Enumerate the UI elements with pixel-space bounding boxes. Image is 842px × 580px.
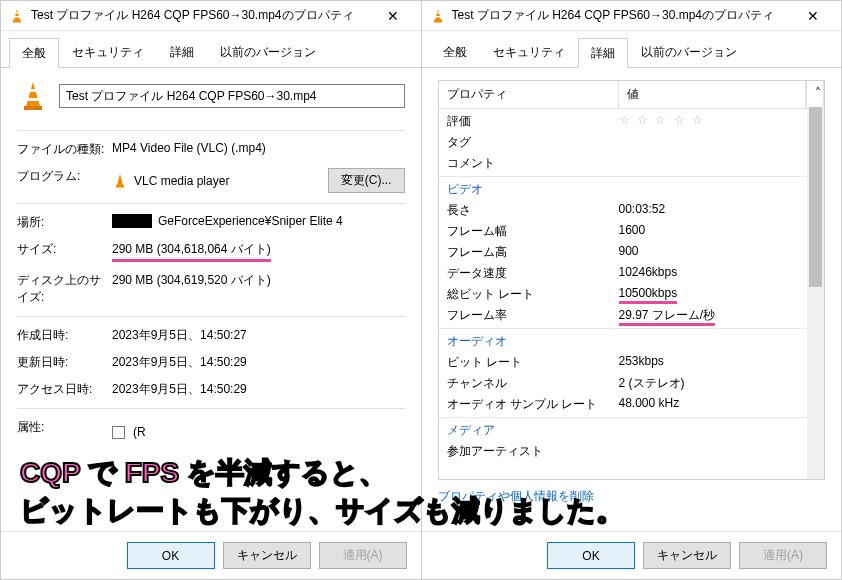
- totalbitrate-label: 総ビット レート: [447, 286, 619, 303]
- tab-security[interactable]: セキュリティ: [59, 37, 157, 67]
- datarate-label: データ速度: [447, 265, 619, 282]
- header-value[interactable]: 値: [619, 81, 807, 108]
- close-button[interactable]: ✕: [793, 2, 833, 30]
- disksize-label: ディスク上のサイズ:: [17, 272, 112, 306]
- samplerate-value: 48.000 kHz: [619, 396, 817, 413]
- program-label: プログラム:: [17, 168, 112, 185]
- framerate-label: フレーム率: [447, 307, 619, 324]
- apply-button[interactable]: 適用(A): [319, 542, 407, 569]
- svg-rect-1: [13, 20, 21, 23]
- svg-rect-9: [116, 185, 124, 188]
- frameheight-value: 900: [619, 244, 817, 261]
- svg-marker-4: [26, 82, 40, 106]
- comment-label: コメント: [447, 155, 619, 172]
- tab-bar: 全般 セキュリティ 詳細 以前のバージョン: [422, 31, 842, 68]
- tab-previous-versions[interactable]: 以前のバージョン: [207, 37, 329, 67]
- svg-rect-3: [15, 16, 20, 18]
- audiobitrate-label: ビット レート: [447, 354, 619, 371]
- tab-details[interactable]: 詳細: [157, 37, 207, 67]
- video-section: ビデオ: [447, 181, 619, 198]
- scroll-up-icon[interactable]: ˄: [806, 81, 824, 108]
- svg-rect-13: [435, 16, 440, 18]
- dialog-footer: OK キャンセル 適用(A): [1, 531, 421, 579]
- tab-bar: 全般 セキュリティ 詳細 以前のバージョン: [1, 31, 421, 68]
- channels-label: チャンネル: [447, 375, 619, 392]
- properties-window-general: Test プロファイル H264 CQP FPS60→30.mp4のプロパティ …: [0, 0, 421, 580]
- ok-button[interactable]: OK: [127, 542, 215, 569]
- audiobitrate-value: 253kbps: [619, 354, 817, 371]
- framewidth-value: 1600: [619, 223, 817, 240]
- tab-previous-versions[interactable]: 以前のバージョン: [628, 37, 750, 67]
- window-title: Test プロファイル H264 CQP FPS60→30.mp4のプロパティ: [31, 7, 373, 24]
- audio-section: オーディオ: [447, 333, 619, 350]
- location-label: 場所:: [17, 214, 112, 231]
- svg-marker-0: [14, 9, 20, 20]
- framerate-value: 29.97 フレーム/秒: [619, 307, 817, 324]
- length-value: 00:03:52: [619, 202, 817, 219]
- cancel-button[interactable]: キャンセル: [223, 542, 311, 569]
- artist-label: 参加アーティスト: [447, 443, 619, 460]
- tab-security[interactable]: セキュリティ: [480, 37, 578, 67]
- media-section: メディア: [447, 422, 619, 439]
- svg-rect-5: [24, 106, 42, 110]
- vlc-cone-icon: [17, 80, 49, 112]
- svg-marker-8: [117, 174, 123, 185]
- redacted-path: [112, 214, 152, 228]
- general-content: ファイルの種類:MP4 Video File (VLC) (.mp4) プログラ…: [1, 68, 421, 531]
- program-value: VLC media player: [134, 174, 229, 188]
- svg-marker-10: [435, 9, 441, 20]
- accessed-value: 2023年9月5日、14:50:29: [112, 381, 405, 398]
- scrollbar[interactable]: [807, 107, 824, 479]
- length-label: 長さ: [447, 202, 619, 219]
- close-button[interactable]: ✕: [373, 2, 413, 30]
- created-label: 作成日時:: [17, 327, 112, 344]
- tag-label: タグ: [447, 134, 619, 151]
- properties-window-details: Test プロファイル H264 CQP FPS60→30.mp4のプロパティ …: [421, 0, 843, 580]
- filetype-value: MP4 Video File (VLC) (.mp4): [112, 141, 405, 155]
- readonly-checkbox[interactable]: [112, 426, 125, 439]
- samplerate-label: オーディオ サンプル レート: [447, 396, 619, 413]
- datarate-value: 10246kbps: [619, 265, 817, 282]
- window-title: Test プロファイル H264 CQP FPS60→30.mp4のプロパティ: [452, 7, 794, 24]
- listview-header: プロパティ 値 ˄: [439, 81, 825, 109]
- apply-button[interactable]: 適用(A): [739, 542, 827, 569]
- svg-rect-11: [434, 20, 442, 23]
- details-content: プロパティ 値 ˄ 評価☆ ☆ ☆ ☆ ☆ タグ コメント ビデオ 長さ00:0…: [422, 68, 842, 531]
- location-value: GeForceExperience¥Sniper Elite 4: [112, 214, 405, 228]
- framewidth-label: フレーム幅: [447, 223, 619, 240]
- rating-stars[interactable]: ☆ ☆ ☆ ☆ ☆: [619, 113, 817, 130]
- svg-rect-12: [436, 12, 440, 14]
- vlc-icon: [430, 8, 446, 24]
- accessed-label: アクセス日時:: [17, 381, 112, 398]
- dialog-footer: OK キャンセル 適用(A): [422, 531, 842, 579]
- scrollbar-thumb[interactable]: [809, 107, 822, 287]
- titlebar: Test プロファイル H264 CQP FPS60→30.mp4のプロパティ …: [422, 1, 842, 31]
- attrs-label: 属性:: [17, 419, 112, 436]
- tab-general[interactable]: 全般: [430, 37, 480, 67]
- tab-general[interactable]: 全般: [9, 38, 59, 68]
- change-program-button[interactable]: 変更(C)...: [328, 168, 405, 193]
- svg-rect-7: [28, 98, 39, 101]
- frameheight-label: フレーム高: [447, 244, 619, 261]
- rating-label: 評価: [447, 113, 619, 130]
- channels-value: 2 (ステレオ): [619, 375, 817, 392]
- svg-rect-6: [29, 89, 37, 92]
- remove-properties-link[interactable]: プロパティや個人情報を削除: [438, 488, 594, 505]
- filetype-label: ファイルの種類:: [17, 141, 112, 158]
- cancel-button[interactable]: キャンセル: [643, 542, 731, 569]
- ok-button[interactable]: OK: [547, 542, 635, 569]
- vlc-small-icon: [112, 173, 128, 189]
- attrs-value: (R: [112, 425, 405, 439]
- details-listview[interactable]: プロパティ 値 ˄ 評価☆ ☆ ☆ ☆ ☆ タグ コメント ビデオ 長さ00:0…: [438, 80, 826, 480]
- modified-value: 2023年9月5日、14:50:29: [112, 354, 405, 371]
- tab-details[interactable]: 詳細: [578, 38, 628, 68]
- totalbitrate-value: 10500kbps: [619, 286, 817, 303]
- modified-label: 更新日時:: [17, 354, 112, 371]
- svg-rect-2: [15, 12, 19, 14]
- disksize-value: 290 MB (304,619,520 バイト): [112, 272, 405, 289]
- size-value: 290 MB (304,618,064 バイト): [112, 241, 405, 262]
- size-label: サイズ:: [17, 241, 112, 258]
- created-value: 2023年9月5日、14:50:27: [112, 327, 405, 344]
- header-property[interactable]: プロパティ: [439, 81, 619, 108]
- filename-input[interactable]: [59, 84, 405, 108]
